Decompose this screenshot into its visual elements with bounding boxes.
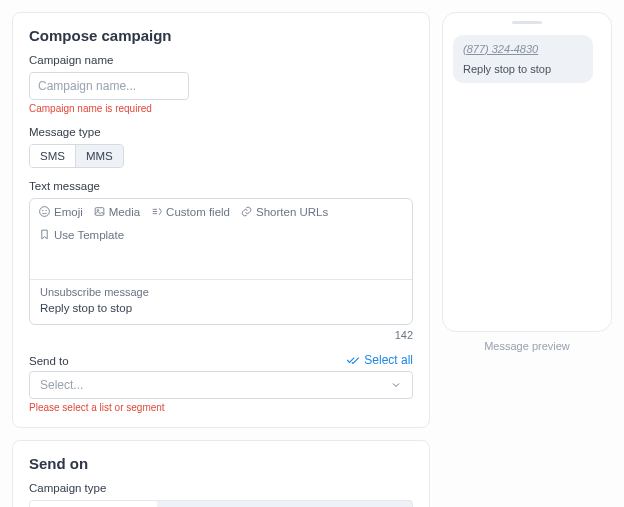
- tab-immediately[interactable]: Immediately: [30, 501, 157, 507]
- message-type-group: Message type SMS MMS: [29, 126, 413, 168]
- campaign-type-segment: Immediately Scheduled Recurring: [29, 500, 413, 507]
- send-on-panel: Send on Campaign type Immediately Schedu…: [12, 440, 430, 507]
- send-to-group: Send to Select all Select... Please sele…: [29, 353, 413, 413]
- tool-media[interactable]: Media: [93, 205, 140, 218]
- unsubscribe-label: Unsubscribe message: [40, 286, 402, 298]
- campaign-name-group: Campaign name Campaign name is required: [29, 54, 413, 114]
- tool-custom-field[interactable]: Custom field: [150, 205, 230, 218]
- send-to-label: Send to: [29, 355, 69, 367]
- preview-bubble: (877) 324-4830 Reply stop to stop: [453, 35, 593, 83]
- message-type-sms[interactable]: SMS: [30, 145, 75, 167]
- preview-phone-number: (877) 324-4830: [463, 43, 583, 55]
- tool-emoji-label: Emoji: [54, 206, 83, 218]
- preview-column: (877) 324-4830 Reply stop to stop Messag…: [442, 12, 612, 352]
- campaign-name-label: Campaign name: [29, 54, 413, 66]
- unsubscribe-text: Reply stop to stop: [40, 302, 402, 314]
- check-all-icon: [346, 353, 360, 367]
- preview-body: Reply stop to stop: [463, 63, 551, 75]
- tab-recurring[interactable]: Recurring: [285, 501, 412, 507]
- tool-use-template-label: Use Template: [54, 229, 124, 241]
- preview-caption: Message preview: [442, 340, 612, 352]
- bookmark-icon: [38, 228, 51, 241]
- phone-preview: (877) 324-4830 Reply stop to stop: [442, 12, 612, 332]
- media-icon: [93, 205, 106, 218]
- chevron-down-icon: [390, 379, 402, 391]
- tool-emoji[interactable]: Emoji: [38, 205, 83, 218]
- char-counter: 142: [29, 329, 413, 341]
- emoji-icon: [38, 205, 51, 218]
- select-all-label: Select all: [364, 353, 413, 367]
- tool-media-label: Media: [109, 206, 140, 218]
- compose-title: Compose campaign: [29, 27, 413, 44]
- svg-rect-3: [95, 208, 104, 216]
- tool-custom-field-label: Custom field: [166, 206, 230, 218]
- custom-field-icon: [150, 205, 163, 218]
- tool-shorten-urls[interactable]: Shorten URLs: [240, 205, 328, 218]
- compose-panel: Compose campaign Campaign name Campaign …: [12, 12, 430, 428]
- send-to-dropdown[interactable]: Select...: [29, 371, 413, 399]
- svg-point-2: [46, 210, 47, 211]
- message-type-mms[interactable]: MMS: [75, 145, 123, 167]
- tool-shorten-urls-label: Shorten URLs: [256, 206, 328, 218]
- send-to-placeholder: Select...: [40, 378, 83, 392]
- text-message-label: Text message: [29, 180, 413, 192]
- select-all-button[interactable]: Select all: [346, 353, 413, 367]
- message-toolbar: Emoji Media Custom field Shorten UR: [30, 199, 412, 247]
- campaign-type-label: Campaign type: [29, 482, 413, 494]
- send-to-error: Please select a list or segment: [29, 402, 413, 413]
- campaign-name-input[interactable]: [29, 72, 189, 100]
- link-icon: [240, 205, 253, 218]
- svg-point-0: [40, 207, 50, 217]
- message-textarea[interactable]: [30, 247, 412, 279]
- svg-point-1: [43, 210, 44, 211]
- text-message-group: Text message Emoji Media Cus: [29, 180, 413, 341]
- send-on-title: Send on: [29, 455, 413, 472]
- tab-scheduled[interactable]: Scheduled: [157, 501, 284, 507]
- campaign-name-error: Campaign name is required: [29, 103, 413, 114]
- message-type-segment: SMS MMS: [29, 144, 124, 168]
- unsubscribe-block: Unsubscribe message Reply stop to stop: [30, 279, 412, 324]
- message-editor: Emoji Media Custom field Shorten UR: [29, 198, 413, 325]
- message-type-label: Message type: [29, 126, 413, 138]
- tool-use-template[interactable]: Use Template: [38, 228, 124, 241]
